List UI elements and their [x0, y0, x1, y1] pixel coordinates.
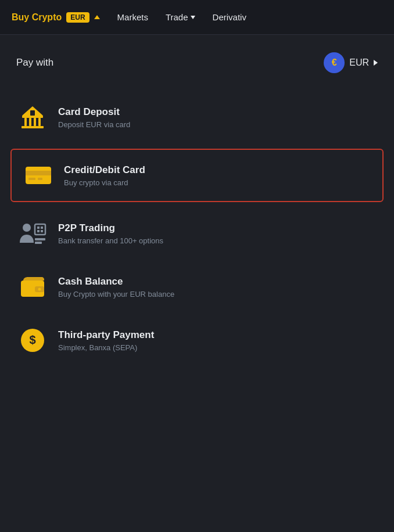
third-party-icon-container: $ — [16, 326, 49, 354]
main-content: Pay with € EUR — [0, 35, 394, 532]
third-party-subtitle: Simplex, Banxa (SEPA) — [58, 343, 378, 352]
payment-options-list: Card Deposit Deposit EUR via card Credit… — [0, 85, 394, 373]
p2p-trading-text: P2P Trading Bank transfer and 100+ optio… — [58, 222, 378, 245]
dollar-coin-icon: $ — [20, 328, 45, 353]
svg-rect-10 — [28, 178, 35, 180]
pay-with-header: Pay with € EUR — [0, 35, 394, 85]
credit-debit-card-text: Credit/Debit Card Buy crypto via card — [64, 164, 372, 187]
cash-balance-subtitle: Buy Crypto with your EUR balance — [58, 290, 378, 299]
payment-item-p2p-trading[interactable]: P2P Trading Bank transfer and 100+ optio… — [0, 207, 394, 260]
pay-with-label: Pay with — [16, 57, 53, 69]
card-deposit-subtitle: Deposit EUR via card — [58, 120, 378, 129]
card-deposit-text: Card Deposit Deposit EUR via card — [58, 106, 378, 129]
payment-item-cash-balance[interactable]: Cash Balance Buy Crypto with your EUR ba… — [0, 260, 394, 314]
svg-rect-19 — [35, 242, 42, 244]
nav-arrow-up-icon — [94, 15, 100, 19]
payment-item-card-deposit[interactable]: Card Deposit Deposit EUR via card — [0, 91, 394, 144]
nav-trade[interactable]: Trade — [166, 12, 195, 22]
trade-arrow-down-icon — [191, 16, 195, 19]
svg-text:$: $ — [29, 333, 35, 346]
currency-arrow-right-icon — [374, 60, 378, 66]
svg-rect-1 — [24, 118, 27, 126]
p2p-trading-subtitle: Bank transfer and 100+ options — [58, 236, 378, 245]
svg-rect-9 — [26, 171, 51, 175]
third-party-title: Third-party Payment — [58, 329, 378, 341]
svg-rect-11 — [38, 178, 42, 180]
p2p-icon-container — [16, 220, 49, 247]
markets-label: Markets — [117, 12, 148, 22]
svg-rect-0 — [22, 116, 43, 118]
svg-rect-16 — [37, 230, 40, 232]
wallet-icon — [20, 276, 45, 298]
svg-point-22 — [38, 288, 41, 291]
derivatives-label: Derivativ — [213, 12, 246, 22]
top-navigation: Buy Crypto EUR Markets Trade Derivativ — [0, 0, 394, 35]
payment-item-third-party[interactable]: $ Third-party Payment Simplex, Banxa (SE… — [0, 314, 394, 367]
buy-crypto-label: Buy Crypto — [12, 12, 62, 23]
svg-rect-13 — [35, 224, 45, 235]
svg-rect-5 — [22, 126, 44, 128]
svg-rect-17 — [41, 230, 43, 232]
svg-point-12 — [23, 224, 31, 232]
cash-balance-icon-container — [16, 273, 49, 301]
svg-rect-2 — [29, 118, 31, 126]
svg-rect-14 — [37, 227, 40, 229]
card-deposit-title: Card Deposit — [58, 106, 378, 118]
nav-derivatives[interactable]: Derivativ — [213, 12, 246, 22]
currency-code-label: EUR — [349, 57, 369, 68]
credit-card-icon-container — [22, 161, 55, 189]
credit-debit-card-title: Credit/Debit Card — [64, 164, 372, 176]
nav-buy-crypto[interactable]: Buy Crypto EUR — [12, 12, 100, 23]
payment-item-credit-debit-card[interactable]: Credit/Debit Card Buy crypto via card — [10, 149, 384, 202]
credit-debit-card-subtitle: Buy crypto via card — [64, 178, 372, 187]
svg-rect-18 — [35, 238, 45, 240]
trade-label: Trade — [166, 12, 188, 22]
bank-icon — [20, 105, 45, 130]
currency-symbol: € — [332, 57, 337, 68]
svg-rect-7 — [30, 110, 35, 116]
svg-rect-3 — [34, 118, 36, 126]
card-deposit-icon-container — [16, 103, 49, 131]
credit-card-icon — [25, 165, 52, 186]
nav-markets[interactable]: Markets — [117, 12, 148, 22]
nav-currency-badge: EUR — [66, 12, 89, 23]
currency-selector[interactable]: € EUR — [324, 52, 378, 73]
eur-circle-icon: € — [324, 52, 345, 73]
third-party-text: Third-party Payment Simplex, Banxa (SEPA… — [58, 329, 378, 352]
svg-rect-4 — [38, 118, 41, 126]
p2p-trading-icon — [19, 222, 46, 245]
p2p-trading-title: P2P Trading — [58, 222, 378, 234]
svg-rect-15 — [41, 227, 43, 229]
cash-balance-text: Cash Balance Buy Crypto with your EUR ba… — [58, 276, 378, 299]
cash-balance-title: Cash Balance — [58, 276, 378, 287]
